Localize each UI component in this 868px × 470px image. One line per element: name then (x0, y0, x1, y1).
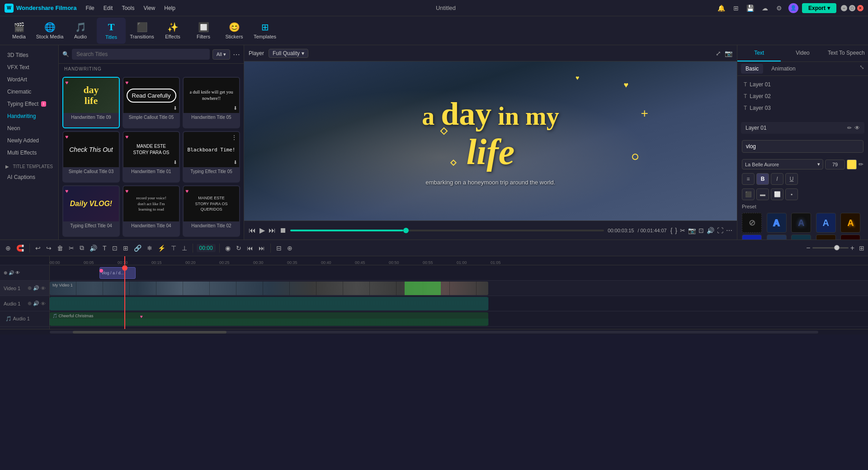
tl-split-button[interactable]: ⊤ (169, 244, 178, 253)
progress-handle[interactable] (403, 228, 409, 233)
toolbar-media[interactable]: 🎬 Media (5, 18, 33, 44)
settings-icon[interactable]: ⚙ (774, 3, 785, 14)
template-hw02[interactable]: ♥ MANDE ESTESTORY PARA OSQUERIDOS Handwr… (183, 185, 240, 237)
zoom-minus-button[interactable]: − (806, 244, 810, 252)
menu-tools[interactable]: Tools (122, 5, 134, 11)
text-value-input[interactable] (742, 140, 863, 153)
export-button[interactable]: Export ▾ (802, 3, 836, 13)
layer-item-03[interactable]: T Layer 03 (740, 102, 865, 114)
cut-icon[interactable]: ✂ (680, 227, 685, 234)
layer-item-02[interactable]: T Layer 02 (740, 90, 865, 102)
heart-icon-callout05[interactable]: ♥ (125, 80, 128, 86)
toolbar-templates[interactable]: ⊞ Templates (250, 18, 279, 44)
tl-crop-button[interactable]: ⊡ (110, 244, 119, 253)
sidebar-item-typing-effect[interactable]: Typing Effect ! (2, 98, 57, 110)
tl-loop-button[interactable]: ↻ (234, 244, 243, 253)
screenshot-icon[interactable]: 📷 (725, 50, 732, 57)
tl-freeze-button[interactable]: ❄ (145, 244, 154, 253)
toolbar-filters[interactable]: 🔲 Filters (189, 18, 218, 44)
tl-detach-audio[interactable]: 🔊 (88, 244, 99, 253)
sidebar-item-multi-effects[interactable]: Multi Effects (2, 147, 57, 159)
progress-bar[interactable] (290, 230, 604, 231)
download-icon-callout05[interactable]: ⬇ (173, 105, 177, 111)
close-button[interactable]: ✕ (857, 5, 863, 11)
maximize-button[interactable]: □ (849, 5, 855, 11)
heart-icon-hw01[interactable]: ♥ (125, 134, 128, 140)
zoom-plus-button[interactable]: + (850, 244, 854, 252)
tl-delete-button[interactable]: 🗑 (55, 244, 65, 253)
toolbar-stickers[interactable]: 😊 Stickers (220, 18, 249, 44)
bracket-left-icon[interactable]: { (670, 227, 673, 234)
align-icon-left[interactable]: ≡ (742, 173, 755, 185)
more-ctrl-icon[interactable]: ⋯ (726, 227, 732, 234)
tl-prev-frame[interactable]: ⏮ (245, 244, 255, 253)
heart-icon-hw04[interactable]: ♥ (125, 188, 128, 194)
toolbar-audio[interactable]: 🎵 Audio (66, 18, 95, 44)
tl-marker-button[interactable]: ◉ (223, 244, 232, 253)
rewind-button[interactable]: ⏮ (249, 226, 256, 235)
audio-clip[interactable]: 🎵 Cheerful Christmas ♥ (50, 312, 488, 326)
bold-button[interactable]: B (756, 173, 769, 185)
stop-button[interactable]: ⏹ (279, 226, 287, 235)
grid-icon[interactable]: ⊞ (859, 244, 864, 252)
layer-edit-icon[interactable]: ✏ (847, 125, 852, 131)
template-hw01[interactable]: ♥ MANDE ESTESTORY PARA OS ⬇ Handwritten … (123, 131, 180, 183)
zoom-thumb[interactable] (834, 245, 840, 250)
preset-4[interactable]: A (840, 213, 860, 233)
sidebar-item-vfx-text[interactable]: VFX Text (2, 61, 57, 73)
tl-next-frame[interactable]: ⏭ (257, 244, 267, 253)
font-selector[interactable]: La Belle Aurore ▾ (742, 159, 823, 169)
sidebar-item-handwriting[interactable]: Handwriting (2, 110, 57, 122)
toolbar-stock-media[interactable]: 🌐 Stock Media (35, 18, 64, 44)
preset-7[interactable]: A (791, 235, 811, 240)
sidebar-item-neon[interactable]: Neon (2, 122, 57, 134)
menu-edit[interactable]: Edit (104, 5, 113, 11)
preset-2[interactable]: A (791, 213, 811, 233)
notification-icon[interactable]: 🔔 (716, 3, 727, 14)
layer-visible-icon[interactable]: 👁 (854, 125, 860, 131)
audio-eye-icon[interactable]: 👁 (41, 301, 46, 306)
snapshot-icon[interactable]: 📷 (688, 227, 696, 234)
pip-icon[interactable]: ⊡ (698, 227, 704, 234)
template-hw05[interactable]: a dull knife will get you nowhere!! ⬇ Ha… (183, 77, 240, 128)
sidebar-item-wordart[interactable]: WordArt (2, 74, 57, 85)
sidebar-item-ai-captions[interactable]: AI Captions (2, 171, 57, 183)
layer-item-01[interactable]: T Layer 01 (740, 79, 865, 90)
template-hw04[interactable]: ♥ record your voice!don't act like I'mle… (123, 185, 180, 237)
template-callout03[interactable]: ♥ Check This Out Simple Callout Title 03 (62, 131, 120, 183)
sidebar-item-3d-titles[interactable]: 3D Titles (2, 49, 57, 61)
italic-button[interactable]: I (771, 173, 783, 185)
heart-icon-te04[interactable]: ♥ (65, 188, 68, 194)
search-input[interactable] (72, 49, 210, 60)
align-center-button[interactable]: ▬ (756, 188, 769, 200)
title-clip[interactable]: vlog / a / d... (99, 267, 136, 279)
template-hw09[interactable]: ♥ daylife Handwritten Title 09 (62, 77, 120, 128)
align-left-button[interactable]: ⬛ (742, 188, 755, 200)
preset-5[interactable]: A (742, 235, 762, 240)
more-options-icon[interactable]: ⋯ (233, 50, 240, 59)
download-icon-te05[interactable]: ⬇ (233, 160, 237, 165)
tl-add-track-icon[interactable]: ⊕ (4, 244, 13, 253)
zoom-track[interactable] (812, 247, 849, 249)
h-scroll-track[interactable] (50, 331, 818, 334)
tl-link-button[interactable]: 🔗 (132, 244, 143, 253)
h-scroll-thumb[interactable] (73, 331, 226, 334)
audio-mute-icon[interactable]: 🔊 (33, 301, 39, 306)
quality-select[interactable]: Full Quality ▾ (269, 49, 308, 58)
menu-file[interactable]: File (85, 5, 94, 11)
collapse-icon[interactable]: ⤡ (859, 64, 864, 74)
menu-view[interactable]: View (143, 5, 155, 11)
tl-merge-button[interactable]: ⊥ (180, 244, 189, 253)
cloud-icon[interactable]: ☁ (760, 3, 770, 14)
tl-speed-button[interactable]: ⚡ (156, 244, 167, 253)
video-clip[interactable]: My Video 1 (50, 282, 488, 295)
more-opts-te05[interactable]: ⋮ (231, 134, 237, 141)
sidebar-item-cinematic[interactable]: Cinematic (2, 86, 57, 98)
tl-speed-ctrl[interactable]: ⊕ (285, 244, 294, 253)
title-templates-expand[interactable]: ▶ (5, 164, 9, 169)
sub-tab-basic[interactable]: Basic (741, 64, 763, 74)
color-swatch[interactable] (847, 160, 857, 169)
tl-copy-button[interactable]: ⧉ (78, 243, 86, 253)
font-size-input[interactable]: 79 (825, 160, 845, 169)
template-te05[interactable]: ⋮ Blackboard Time! ⬇ Typing Effect Title… (183, 131, 240, 183)
